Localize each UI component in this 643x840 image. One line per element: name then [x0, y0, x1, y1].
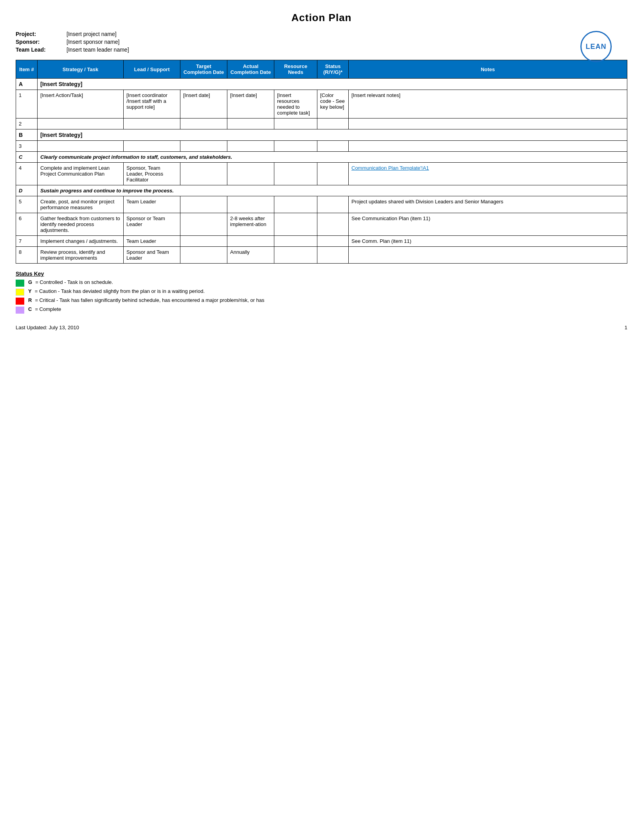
- cell-notes-5: Project updates shared with Division Lea…: [349, 196, 627, 213]
- cell-resource-6: [274, 213, 317, 236]
- cell-resource-2: [274, 118, 317, 129]
- cell-strategy-4: Complete and implement Lean Project Comm…: [38, 163, 124, 185]
- status-key-row-c: C = Complete: [16, 306, 627, 314]
- cell-target-8: [180, 247, 227, 264]
- cell-item-6: 6: [16, 213, 38, 236]
- header-status: Status (R/Y/G)*: [317, 60, 349, 79]
- cell-strategy-6: Gather feedback from customers to identi…: [38, 213, 124, 236]
- cell-strategy-3: [38, 141, 124, 152]
- cell-strategy-a: [Insert Strategy]: [38, 79, 627, 90]
- communication-plan-link[interactable]: Communication Plan Template'!A1: [351, 165, 429, 171]
- cell-target-5: [180, 196, 227, 213]
- cell-status-3: [317, 141, 349, 152]
- cell-notes-2: [349, 118, 627, 129]
- cell-notes-4: Communication Plan Template'!A1: [349, 163, 627, 185]
- cell-target-4: [180, 163, 227, 185]
- cell-item-a: A: [16, 79, 38, 90]
- cell-strategy-5: Create, post, and monitor project perfor…: [38, 196, 124, 213]
- cell-notes-1: [Insert relevant notes]: [349, 90, 627, 118]
- header-strategy: Strategy / Task: [38, 60, 124, 79]
- table-row: 5 Create, post, and monitor project perf…: [16, 196, 627, 213]
- cell-actual-4: [227, 163, 274, 185]
- cell-status-6: [317, 213, 349, 236]
- header-target: Target Completion Date: [180, 60, 227, 79]
- cell-strategy-1: [Insert Action/Task]: [38, 90, 124, 118]
- status-color-g: [16, 280, 24, 287]
- cell-notes-8: [349, 247, 627, 264]
- cell-status-4: [317, 163, 349, 185]
- table-row: 6 Gather feedback from customers to iden…: [16, 213, 627, 236]
- cell-actual-8: Annually: [227, 247, 274, 264]
- cell-resource-8: [274, 247, 317, 264]
- header-actual: Actual Completion Date: [227, 60, 274, 79]
- cell-status-2: [317, 118, 349, 129]
- cell-item-8: 8: [16, 247, 38, 264]
- status-letter-g: G: [28, 279, 32, 285]
- cell-target-7: [180, 236, 227, 247]
- table-row: C Clearly communicate project informatio…: [16, 152, 627, 163]
- page-title: Action Plan: [16, 12, 627, 24]
- table-row: 3: [16, 141, 627, 152]
- teamlead-value: [Insert team leader name]: [67, 47, 129, 53]
- status-desc-g: = Controlled - Task is on schedule.: [35, 279, 113, 285]
- cell-lead-8: Sponsor and Team Leader: [124, 247, 180, 264]
- header-notes: Notes: [349, 60, 627, 79]
- cell-strategy-7: Implement changes / adjustments.: [38, 236, 124, 247]
- cell-strategy-2: [38, 118, 124, 129]
- status-desc-c: = Complete: [35, 306, 61, 312]
- cell-lead-3: [124, 141, 180, 152]
- cell-item-4: 4: [16, 163, 38, 185]
- cell-status-5: [317, 196, 349, 213]
- header-item: Item #: [16, 60, 38, 79]
- cell-item-d: D: [16, 185, 38, 196]
- cell-item-5: 5: [16, 196, 38, 213]
- header-resource: Resource Needs: [274, 60, 317, 79]
- cell-actual-2: [227, 118, 274, 129]
- cell-actual-6: 2-8 weeks after implement-ation: [227, 213, 274, 236]
- project-info: Project: [Insert project name] Sponsor: …: [16, 31, 627, 53]
- cell-item-b: B: [16, 129, 38, 141]
- cell-lead-7: Team Leader: [124, 236, 180, 247]
- cell-desc-c: Clearly communicate project information …: [38, 152, 627, 163]
- status-color-c: [16, 307, 24, 314]
- cell-target-1: [Insert date]: [180, 90, 227, 118]
- cell-resource-5: [274, 196, 317, 213]
- cell-item-1: 1: [16, 90, 38, 118]
- action-plan-table: Item # Strategy / Task Lead / Support Ta…: [16, 60, 627, 264]
- cell-desc-d: Sustain progress and continue to improve…: [38, 185, 627, 196]
- table-row: D Sustain progress and continue to impro…: [16, 185, 627, 196]
- cell-resource-1: [Insert resources needed to complete tas…: [274, 90, 317, 118]
- cell-actual-1: [Insert date]: [227, 90, 274, 118]
- status-letter-y: Y: [28, 288, 32, 294]
- cell-notes-6: See Communication Plan (item 11): [349, 213, 627, 236]
- status-key-row-g: G = Controlled - Task is on schedule.: [16, 279, 627, 287]
- cell-status-7: [317, 236, 349, 247]
- cell-item-c: C: [16, 152, 38, 163]
- cell-target-3: [180, 141, 227, 152]
- cell-item-7: 7: [16, 236, 38, 247]
- status-key-row-y: Y = Caution - Task has deviated slightly…: [16, 288, 627, 296]
- table-row: 7 Implement changes / adjustments. Team …: [16, 236, 627, 247]
- header-lead: Lead / Support: [124, 60, 180, 79]
- project-value: [Insert project name]: [67, 31, 117, 37]
- cell-status-8: [317, 247, 349, 264]
- status-letter-r: R: [28, 297, 32, 303]
- cell-lead-1: [Insert coordinator /Insert staff with a…: [124, 90, 180, 118]
- project-label: Project:: [16, 31, 67, 37]
- cell-notes-3: [349, 141, 627, 152]
- table-row: A [Insert Strategy]: [16, 79, 627, 90]
- cell-strategy-8: Review process, identify and implement i…: [38, 247, 124, 264]
- cell-target-2: [180, 118, 227, 129]
- teamlead-label: Team Lead:: [16, 47, 67, 53]
- cell-actual-5: [227, 196, 274, 213]
- table-header-row: Item # Strategy / Task Lead / Support Ta…: [16, 60, 627, 79]
- cell-resource-4: [274, 163, 317, 185]
- cell-lead-6: Sponsor or Team Leader: [124, 213, 180, 236]
- status-desc-r: = Critical - Task has fallen significant…: [35, 297, 264, 303]
- cell-resource-3: [274, 141, 317, 152]
- table-row: 8 Review process, identify and implement…: [16, 247, 627, 264]
- cell-status-1: [Color code - See key below]: [317, 90, 349, 118]
- cell-lead-4: Sponsor, Team Leader, Process Facilitato…: [124, 163, 180, 185]
- table-row: 1 [Insert Action/Task] [Insert coordinat…: [16, 90, 627, 118]
- table-row: 2: [16, 118, 627, 129]
